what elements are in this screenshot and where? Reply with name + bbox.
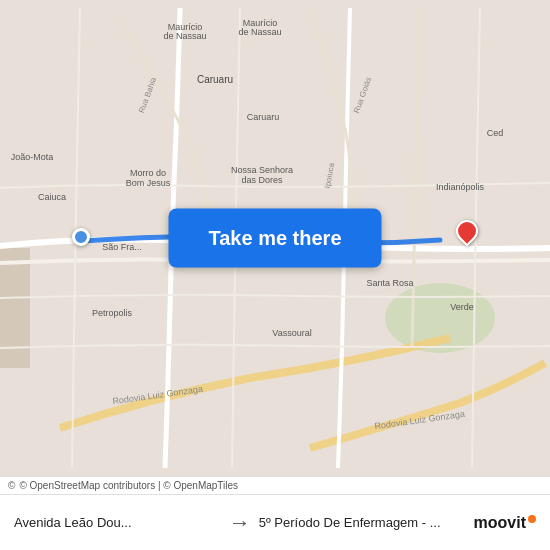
svg-text:Verde: Verde bbox=[450, 302, 474, 312]
svg-text:Petropolis: Petropolis bbox=[92, 308, 133, 318]
svg-text:Caruaru: Caruaru bbox=[247, 112, 280, 122]
take-me-there-button[interactable]: Take me there bbox=[168, 209, 381, 268]
svg-text:Ced: Ced bbox=[487, 128, 504, 138]
bottom-bar: Avenida Leão Dou... → 5º Período De Enfe… bbox=[0, 494, 550, 550]
svg-rect-2 bbox=[0, 248, 30, 368]
svg-text:Santa Rosa: Santa Rosa bbox=[366, 278, 413, 288]
svg-text:Indianópolis: Indianópolis bbox=[436, 182, 485, 192]
svg-text:de Nassau: de Nassau bbox=[163, 31, 206, 41]
moovit-text: moovit bbox=[474, 514, 526, 532]
attribution-text: © OpenStreetMap contributors | © OpenMap… bbox=[19, 480, 238, 491]
origin-marker bbox=[72, 228, 90, 246]
svg-text:Vassoural: Vassoural bbox=[272, 328, 311, 338]
moovit-logo: moovit bbox=[474, 514, 536, 532]
svg-text:Caruaru: Caruaru bbox=[197, 74, 233, 85]
copyright-icon: © bbox=[8, 480, 15, 491]
route-from: Avenida Leão Dou... bbox=[14, 515, 221, 530]
route-to-label: 5º Período De Enfermagem - ... bbox=[259, 515, 466, 530]
app: Maurício de Nassau Maurício de Nassau Ca… bbox=[0, 0, 550, 550]
arrow-right-icon: → bbox=[229, 510, 251, 536]
destination-pin bbox=[451, 215, 482, 246]
destination-marker bbox=[456, 220, 478, 242]
svg-text:São Fra...: São Fra... bbox=[102, 242, 142, 252]
svg-text:Morro do: Morro do bbox=[130, 168, 166, 178]
svg-text:João-Mota: João-Mota bbox=[11, 152, 54, 162]
route-from-label: Avenida Leão Dou... bbox=[14, 515, 221, 530]
map-container: Maurício de Nassau Maurício de Nassau Ca… bbox=[0, 0, 550, 476]
map-attribution: © © OpenStreetMap contributors | © OpenM… bbox=[0, 476, 550, 494]
route-to: 5º Período De Enfermagem - ... bbox=[259, 515, 466, 530]
svg-text:das Dores: das Dores bbox=[241, 175, 283, 185]
moovit-dot bbox=[528, 515, 536, 523]
svg-text:Nossa Senhora: Nossa Senhora bbox=[231, 165, 293, 175]
svg-text:Caiuca: Caiuca bbox=[38, 192, 66, 202]
svg-text:de Nassau: de Nassau bbox=[238, 27, 281, 37]
svg-text:Bom Jesus: Bom Jesus bbox=[126, 178, 171, 188]
